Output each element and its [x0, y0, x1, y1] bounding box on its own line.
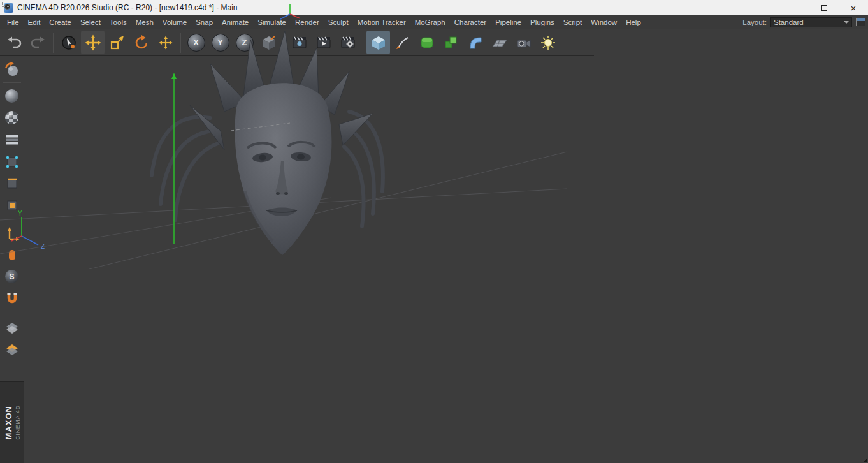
brand-strip: MAXON CINEMA 4D [0, 381, 24, 463]
layout-switch-icon[interactable] [856, 18, 865, 26]
chevron-down-icon [844, 21, 849, 24]
minimize-button[interactable] [780, 0, 809, 15]
snap-toggle-button[interactable]: S [2, 267, 22, 286]
magnet-snap-button[interactable] [2, 288, 22, 308]
maximize-button[interactable] [809, 0, 839, 15]
layout-label: Layout: [742, 18, 767, 26]
menu-item-help[interactable]: Help [621, 17, 646, 28]
cinema4d-window: CINEMA 4D R20.026 Studio (RC - R20) - [n… [0, 0, 868, 463]
maximize-icon [821, 5, 827, 11]
brand-maxon: MAXON [4, 406, 13, 439]
snap-toggle-icon: S [5, 270, 18, 283]
layout-area: Layout: Standard [742, 17, 865, 27]
close-button[interactable]: × [839, 0, 868, 15]
menu-item-window[interactable]: Window [586, 17, 621, 28]
minimize-icon [792, 8, 798, 8]
locked-workplane-button[interactable] [2, 339, 22, 358]
workplane-button[interactable] [2, 317, 22, 337]
brand-cinema4d: CINEMA 4D [15, 405, 21, 440]
close-icon: × [851, 3, 857, 13]
layout-select[interactable]: Standard [770, 17, 852, 27]
